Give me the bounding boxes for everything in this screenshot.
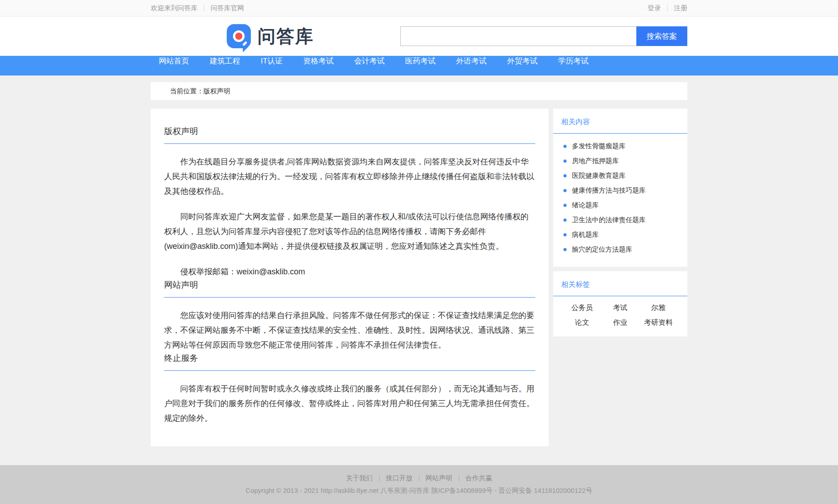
related-content-link[interactable]: 房地产抵押题库	[561, 154, 679, 168]
section-paragraph: 侵权举报邮箱：weixin@asklib.com	[164, 265, 535, 279]
tag-link[interactable]: 作业	[613, 318, 627, 328]
nav-item: 会计考试	[354, 56, 385, 66]
nav-link[interactable]: 医药考试	[405, 57, 436, 65]
related-tags-card: 相关标签 公务员 考试 尔雅 论文 作业 考研资料	[553, 271, 687, 336]
related-content-title: 相关内容	[553, 109, 687, 134]
topbar-right-divider	[667, 5, 668, 11]
section-paragraph: 问答库有权于任何时间暂时或永久修改或终止我们的服务（或其任何部分），而无论其通知…	[164, 382, 535, 426]
topbar-official-site-link[interactable]: 问答库官网	[211, 4, 244, 13]
login-link[interactable]: 登录	[648, 4, 661, 13]
breadcrumb-label: 当前位置：	[170, 87, 203, 96]
topbar-welcome-text: 欢迎来到问答库	[151, 4, 198, 13]
related-content-label: 健康传播方法与技巧题库	[572, 186, 646, 195]
related-content-label: 绪论题库	[572, 201, 599, 210]
footer-link[interactable]: 网站声明	[426, 474, 453, 483]
section-paragraphs: 您应该对使用问答库的结果自行承担风险。问答库不做任何形式的保证：不保证查找结果满…	[164, 308, 535, 353]
nav-item: 医药考试	[405, 56, 436, 66]
nav-link[interactable]: 学历考试	[558, 57, 588, 65]
footer-link[interactable]: 关于我们	[346, 474, 373, 483]
bullet-dot-icon	[563, 204, 567, 207]
bullet-dot-icon	[563, 174, 567, 177]
nav-item: 外语考试	[456, 56, 487, 66]
nav-item: 建筑工程	[210, 56, 240, 66]
section-paragraphs: 作为在线题目分享服务提供者,问答库网站数据资源均来自网友提供，问答库坚决反对任何…	[164, 155, 535, 279]
nav-link[interactable]: 资格考试	[303, 57, 334, 65]
content-section: 版权声明 作为在线题目分享服务提供者,问答库网站数据资源均来自网友提供，问答库坚…	[164, 126, 535, 279]
footer-link-separator	[459, 475, 459, 481]
section-title: 版权声明	[164, 126, 535, 144]
logo[interactable]: 问答库	[227, 24, 314, 49]
sidebar: 相关内容 多发性骨髓瘤题库 房地产抵押题库 医院健康教育题	[553, 109, 687, 336]
logo-text: 问答库	[258, 24, 314, 49]
article-card: 版权声明 作为在线题目分享服务提供者,问答库网站数据资源均来自网友提供，问答库坚…	[151, 109, 549, 446]
footer-link-separator	[379, 475, 380, 481]
related-content-label: 医院健康教育题库	[572, 172, 626, 180]
bullet-dot-icon	[563, 233, 567, 236]
topbar: 欢迎来到问答库 问答库官网 登录 注册	[0, 0, 838, 17]
nav-link[interactable]: 外贸考试	[507, 57, 538, 65]
related-content-label: 卫生法中的法律责任题库	[572, 216, 646, 224]
logo-q-ring-icon	[233, 30, 245, 42]
nav-list: 网站首页 建筑工程 IT认证 资格考试 会计考试	[151, 56, 687, 66]
related-content-label: 腧穴的定位方法题库	[572, 245, 632, 254]
search-input[interactable]	[400, 26, 636, 46]
search-button[interactable]: 搜索答案	[636, 26, 687, 46]
nav-item: 外贸考试	[507, 56, 538, 66]
tag-link[interactable]: 尔雅	[651, 303, 665, 313]
section-title: 终止服务	[164, 353, 535, 371]
breadcrumb-current: 版权声明	[203, 87, 230, 96]
footer-link[interactable]: 合作共赢	[466, 474, 492, 483]
related-content-link[interactable]: 腧穴的定位方法题库	[561, 242, 679, 257]
nav-item: 学历考试	[558, 56, 588, 66]
footer-link-separator	[419, 475, 419, 481]
header: 问答库 搜索答案	[0, 17, 838, 56]
tag-link[interactable]: 考试	[613, 303, 627, 313]
related-content-label: 多发性骨髓瘤题库	[572, 142, 626, 151]
tag-link[interactable]: 考研资料	[644, 318, 673, 328]
content-section: 网站声明 您应该对使用问答库的结果自行承担风险。问答库不做任何形式的保证：不保证…	[164, 279, 535, 353]
related-content-link[interactable]: 多发性骨髓瘤题库	[561, 139, 679, 154]
footer-copyright: Copyright © 2013 - 2021 http://asklib.8y…	[0, 487, 838, 495]
section-paragraph: 您应该对使用问答库的结果自行承担风险。问答库不做任何形式的保证：不保证查找结果满…	[164, 308, 535, 353]
bullet-dot-icon	[563, 160, 567, 163]
nav-item: IT认证	[261, 56, 283, 66]
footer: 关于我们 接口开放 网站声明 合作共赢 Copyright © 2013 - 2…	[0, 465, 838, 504]
section-paragraphs: 问答库有权于任何时间暂时或永久修改或终止我们的服务（或其任何部分），而无论其通知…	[164, 382, 535, 426]
bullet-dot-icon	[563, 189, 567, 192]
logo-speech-bubble-icon	[227, 24, 251, 48]
section-paragraph: 作为在线题目分享服务提供者,问答库网站数据资源均来自网友提供，问答库坚决反对任何…	[164, 155, 535, 199]
nav-item: 资格考试	[303, 56, 334, 66]
related-content-label: 病机题库	[572, 231, 599, 239]
related-content-link[interactable]: 医院健康教育题库	[561, 168, 679, 183]
content-sections: 版权声明 作为在线题目分享服务提供者,问答库网站数据资源均来自网友提供，问答库坚…	[164, 126, 535, 426]
related-tags-title: 相关标签	[553, 271, 687, 296]
nav-link[interactable]: 建筑工程	[210, 57, 240, 65]
tag-link[interactable]: 公务员	[571, 303, 593, 313]
bullet-dot-icon	[563, 145, 567, 148]
nav-link[interactable]: 网站首页	[159, 57, 189, 65]
register-link[interactable]: 注册	[674, 4, 687, 13]
nav-link[interactable]: 外语考试	[456, 57, 487, 65]
content-section: 终止服务 问答库有权于任何时间暂时或永久修改或终止我们的服务（或其任何部分），而…	[164, 353, 535, 426]
bullet-dot-icon	[563, 248, 567, 251]
logo-q-tail-icon	[242, 41, 247, 46]
tags-grid: 公务员 考试 尔雅 论文 作业 考研资料	[553, 296, 687, 336]
related-content-link[interactable]: 绪论题库	[561, 198, 679, 213]
related-content-list: 多发性骨髓瘤题库 房地产抵押题库 医院健康教育题库 健康传播方法	[553, 139, 687, 267]
nav-link[interactable]: 会计考试	[354, 57, 385, 65]
related-content-link[interactable]: 健康传播方法与技巧题库	[561, 183, 679, 198]
main-nav: 网站首页 建筑工程 IT认证 资格考试 会计考试	[0, 56, 838, 76]
bullet-dot-icon	[563, 218, 567, 222]
nav-link[interactable]: IT认证	[261, 57, 283, 65]
section-title: 网站声明	[164, 279, 535, 298]
related-content-card: 相关内容 多发性骨髓瘤题库 房地产抵押题库 医院健康教育题	[553, 109, 687, 267]
tag-link[interactable]: 论文	[575, 318, 589, 328]
topbar-divider	[204, 5, 204, 11]
related-content-link[interactable]: 卫生法中的法律责任题库	[561, 213, 679, 227]
related-content-label: 房地产抵押题库	[572, 157, 619, 165]
nav-item: 网站首页	[159, 56, 189, 66]
footer-links: 关于我们 接口开放 网站声明 合作共赢	[0, 474, 838, 483]
footer-link[interactable]: 接口开放	[386, 474, 413, 483]
related-content-link[interactable]: 病机题库	[561, 227, 679, 242]
search-bar: 搜索答案	[400, 26, 687, 46]
